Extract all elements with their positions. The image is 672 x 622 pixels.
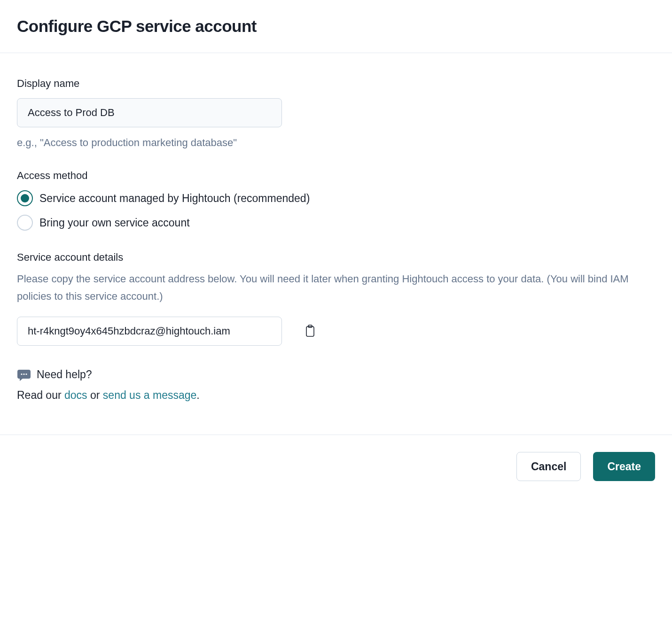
clipboard-icon	[305, 325, 316, 338]
page-title: Configure GCP service account	[17, 17, 655, 36]
help-prefix: Read our	[17, 389, 64, 401]
svg-point-4	[25, 373, 27, 375]
create-button[interactable]: Create	[593, 452, 655, 481]
radio-icon	[17, 190, 33, 206]
radio-option-hightouch-managed[interactable]: Service account managed by Hightouch (re…	[17, 190, 655, 206]
help-middle: or	[87, 389, 103, 401]
radio-label: Service account managed by Hightouch (re…	[39, 192, 310, 205]
chat-icon	[17, 368, 31, 381]
display-name-input[interactable]	[17, 98, 282, 127]
service-account-address-input[interactable]: ht-r4kngt9oy4x645hzbdcraz@hightouch.iam	[17, 317, 282, 346]
display-name-label: Display name	[17, 78, 655, 90]
help-suffix: .	[196, 389, 199, 401]
svg-point-2	[21, 373, 22, 375]
radio-icon	[17, 215, 33, 231]
access-method-label: Access method	[17, 170, 655, 182]
service-account-details-description: Please copy the service account address …	[17, 270, 655, 305]
radio-label: Bring your own service account	[39, 217, 190, 229]
help-body: Read our docs or send us a message.	[17, 389, 655, 402]
radio-option-bring-your-own[interactable]: Bring your own service account	[17, 215, 655, 231]
svg-rect-0	[306, 327, 314, 336]
svg-point-3	[23, 373, 24, 375]
need-help-title: Need help?	[37, 368, 92, 381]
docs-link[interactable]: docs	[64, 389, 87, 401]
display-name-help: e.g., "Access to production marketing da…	[17, 137, 655, 149]
service-account-details-title: Service account details	[17, 251, 655, 264]
copy-button[interactable]	[303, 323, 318, 340]
send-message-link[interactable]: send us a message	[103, 389, 196, 401]
cancel-button[interactable]: Cancel	[516, 452, 581, 481]
